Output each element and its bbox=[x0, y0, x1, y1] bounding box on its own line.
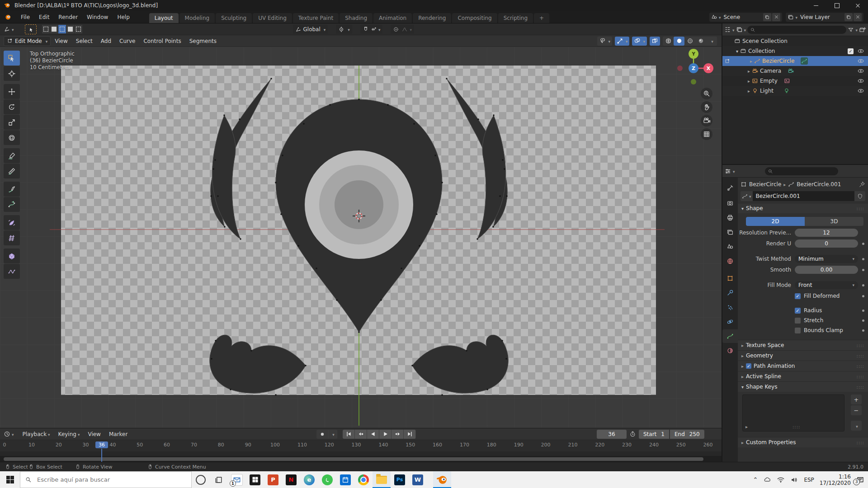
select-mode-subtract[interactable] bbox=[58, 25, 66, 33]
outliner-search-input[interactable] bbox=[747, 26, 846, 34]
fill-deformed-checkbox[interactable] bbox=[795, 293, 801, 299]
select-mode-set[interactable] bbox=[42, 25, 50, 33]
menu-file[interactable]: File bbox=[16, 11, 34, 23]
view-layer-copy-button[interactable] bbox=[844, 13, 853, 21]
search-input[interactable] bbox=[36, 476, 174, 483]
axis-y-ball[interactable]: Y bbox=[689, 49, 698, 59]
tool-randomize[interactable] bbox=[4, 264, 20, 279]
hide-toggle[interactable] bbox=[857, 47, 864, 55]
jump-to-start-button[interactable] bbox=[343, 430, 355, 439]
tool-measure[interactable] bbox=[4, 164, 20, 178]
outliner-editor-type-button[interactable] bbox=[724, 26, 735, 33]
taskbar-clock[interactable]: 1:16 17/12/2020 bbox=[820, 474, 851, 486]
taskbar-powerpoint[interactable]: P bbox=[264, 471, 282, 488]
pin-id-button[interactable] bbox=[859, 181, 865, 188]
workspace-tab-shading[interactable]: Shading bbox=[340, 13, 373, 23]
fake-user-button[interactable] bbox=[854, 191, 865, 201]
new-collection-button[interactable] bbox=[859, 26, 866, 33]
taskbar-chrome[interactable] bbox=[354, 471, 373, 488]
animate-dot[interactable] bbox=[858, 269, 868, 271]
timeline-track-area[interactable] bbox=[0, 451, 722, 456]
overlays-toggle[interactable] bbox=[632, 37, 647, 46]
panel-header-path-animation[interactable]: Path Animation bbox=[738, 361, 868, 371]
blender-menu-button[interactable] bbox=[0, 11, 16, 23]
taskbar-mail[interactable]: 1 bbox=[228, 471, 246, 488]
axis-minus-y-ball[interactable] bbox=[691, 79, 696, 84]
viewport-menu-select[interactable]: Select bbox=[72, 38, 97, 44]
panel-header-geometry[interactable]: Geometry bbox=[738, 350, 868, 361]
taskbar-word[interactable]: W bbox=[409, 471, 427, 488]
animate-dot[interactable] bbox=[858, 310, 868, 312]
volume-icon[interactable] bbox=[790, 476, 798, 484]
hide-toggle[interactable] bbox=[857, 77, 864, 84]
outliner-filter-dropdown[interactable] bbox=[848, 27, 858, 33]
panel-header-texture-space[interactable]: Texture Space bbox=[738, 340, 868, 350]
outliner-row-scene-collection[interactable]: Scene Collection bbox=[722, 36, 868, 46]
viewport-menu-add[interactable]: Add bbox=[97, 38, 115, 44]
timeline-menu-playback[interactable]: Playback bbox=[19, 431, 54, 437]
timeline-ruler[interactable]: 0 10 20 30 40 50 60 70 80 90 100 110 120… bbox=[0, 440, 722, 451]
hide-toggle[interactable] bbox=[857, 87, 864, 94]
menu-help[interactable]: Help bbox=[113, 11, 134, 23]
outliner-display-mode-dropdown[interactable] bbox=[736, 26, 746, 33]
shading-material-button[interactable] bbox=[684, 37, 695, 46]
camera-view-button[interactable] bbox=[701, 115, 712, 127]
expand-icon[interactable] bbox=[750, 58, 752, 64]
taskbar-photoshop[interactable]: Ps bbox=[391, 471, 409, 488]
tool-select-box[interactable] bbox=[4, 51, 20, 66]
expand-icon[interactable] bbox=[736, 48, 738, 54]
viewport-menu-control-points[interactable]: Control Points bbox=[139, 38, 185, 44]
taskbar-calendar[interactable] bbox=[336, 471, 354, 488]
frame-end-field[interactable]: End 250 bbox=[670, 430, 704, 439]
tab-object-data[interactable] bbox=[722, 329, 738, 343]
tool-cursor[interactable] bbox=[4, 66, 20, 81]
viewport-menu-segments[interactable]: Segments bbox=[185, 38, 221, 44]
pan-button[interactable] bbox=[701, 101, 712, 113]
select-mode-extend[interactable] bbox=[50, 25, 58, 33]
taskbar-blender[interactable] bbox=[433, 471, 451, 488]
outliner-row-empty[interactable]: Empty bbox=[722, 76, 868, 86]
tab-particles[interactable] bbox=[722, 300, 738, 314]
hide-toggle[interactable] bbox=[857, 57, 864, 65]
scrollbar-thumb[interactable] bbox=[4, 457, 703, 461]
radius-checkbox[interactable] bbox=[795, 308, 801, 314]
outliner-row-beziercircle[interactable]: BezierCircle bbox=[722, 56, 868, 66]
shape-key-add-button[interactable]: + bbox=[851, 394, 862, 404]
current-frame-field[interactable]: 36 bbox=[597, 430, 627, 439]
tab-output[interactable] bbox=[722, 211, 738, 225]
breadcrumb-object[interactable]: BezierCircle bbox=[749, 181, 781, 188]
tab-modifiers[interactable] bbox=[722, 286, 738, 300]
workspace-tab-uv-editing[interactable]: UV Editing bbox=[253, 13, 292, 23]
tool-annotate[interactable] bbox=[4, 148, 20, 163]
tool-curve-pen[interactable] bbox=[4, 197, 20, 212]
taskbar-netflix[interactable]: N bbox=[282, 471, 300, 488]
hidden-icons-chevron[interactable]: ⌃ bbox=[753, 476, 758, 483]
select-mode-invert[interactable] bbox=[66, 25, 75, 33]
next-keyframe-button[interactable] bbox=[392, 430, 404, 439]
path-animation-checkbox[interactable] bbox=[746, 363, 751, 369]
jump-to-end-button[interactable] bbox=[404, 430, 416, 439]
shading-solid-button[interactable] bbox=[674, 37, 684, 46]
keyboard-language[interactable]: ESP bbox=[804, 477, 814, 483]
shading-options-dropdown[interactable] bbox=[706, 37, 717, 46]
taskbar-whatsapp[interactable] bbox=[318, 471, 336, 488]
close-button[interactable] bbox=[847, 0, 868, 11]
snap-settings-dropdown[interactable] bbox=[371, 26, 381, 33]
fill-mode-dropdown[interactable]: Front bbox=[795, 281, 858, 289]
dimension-3d-button[interactable]: 3D bbox=[805, 217, 863, 226]
play-button[interactable] bbox=[379, 430, 392, 439]
hide-toggle[interactable] bbox=[857, 67, 864, 75]
playhead-badge[interactable]: 36 bbox=[95, 441, 108, 448]
viewport-menu-view[interactable]: View bbox=[51, 38, 71, 44]
bounds-clamp-checkbox[interactable] bbox=[795, 328, 801, 333]
onedrive-icon[interactable] bbox=[763, 476, 771, 484]
axis-x-ball[interactable]: X bbox=[703, 63, 713, 73]
render-u-input[interactable]: 0 bbox=[795, 239, 858, 248]
start-button[interactable] bbox=[0, 471, 20, 488]
animate-dot[interactable] bbox=[858, 295, 868, 297]
proportional-edit-toggle[interactable] bbox=[393, 26, 399, 33]
panel-header-shape-keys[interactable]: Shape Keys bbox=[738, 381, 868, 392]
scene-selector[interactable]: Scene bbox=[709, 13, 783, 22]
tab-tool[interactable] bbox=[722, 181, 738, 195]
tool-scale[interactable] bbox=[4, 115, 20, 130]
